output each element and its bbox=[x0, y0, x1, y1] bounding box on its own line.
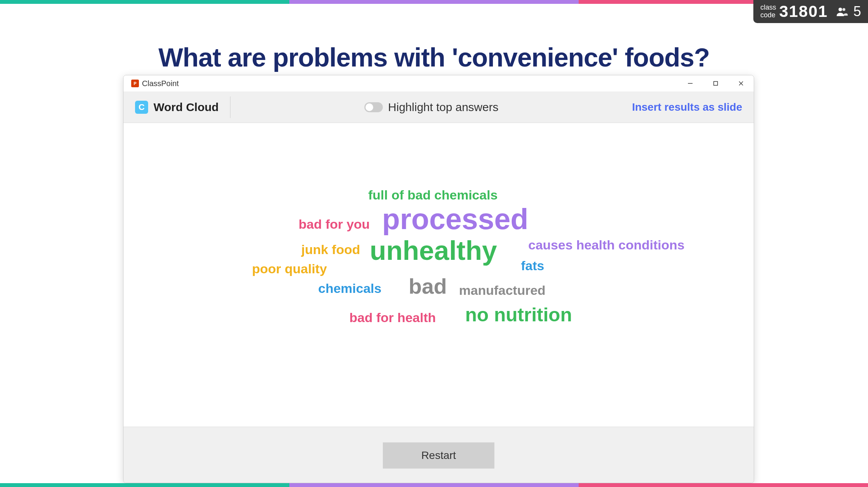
svg-point-1 bbox=[843, 8, 845, 11]
word-cloud-word: processed bbox=[382, 202, 528, 236]
classpoint-dialog: P ClassPoint C Word Cloud Highlight top … bbox=[123, 75, 754, 483]
dialog-footer: Restart bbox=[124, 427, 754, 483]
top-bar-purple bbox=[289, 0, 579, 4]
word-cloud-word: full of bad chemicals bbox=[368, 188, 497, 203]
word-cloud-word: chemicals bbox=[318, 281, 381, 296]
minimize-button[interactable] bbox=[681, 76, 700, 91]
word-cloud-word: manufactured bbox=[459, 283, 546, 298]
word-cloud-word: no nutrition bbox=[465, 304, 572, 326]
word-cloud-word: bad bbox=[409, 274, 447, 299]
word-cloud-word: causes health conditions bbox=[528, 238, 684, 253]
close-button[interactable] bbox=[731, 76, 751, 91]
word-cloud-word: bad for you bbox=[299, 217, 370, 232]
dialog-titlebar: P ClassPoint bbox=[124, 75, 754, 91]
dialog-titlebar-left: P ClassPoint bbox=[127, 79, 179, 88]
insert-results-button[interactable]: Insert results as slide bbox=[632, 101, 742, 113]
top-color-bar bbox=[0, 0, 868, 4]
toolbar-title: Word Cloud bbox=[154, 101, 219, 114]
dialog-toolbar: C Word Cloud Highlight top answers Inser… bbox=[124, 91, 754, 123]
svg-point-0 bbox=[838, 8, 842, 11]
highlight-toggle[interactable] bbox=[364, 102, 383, 112]
bottom-bar-purple bbox=[289, 483, 579, 487]
word-cloud-word: unhealthy bbox=[370, 235, 497, 266]
slide-title: What are problems with 'convenience' foo… bbox=[0, 42, 868, 72]
class-code-label: class code bbox=[760, 4, 776, 19]
participants-icon bbox=[836, 5, 848, 18]
classpoint-icon: C bbox=[135, 101, 148, 114]
highlight-toggle-label: Highlight top answers bbox=[388, 101, 499, 114]
bottom-color-bar bbox=[0, 483, 868, 487]
restart-button[interactable]: Restart bbox=[383, 442, 494, 469]
svg-rect-3 bbox=[714, 81, 718, 85]
bottom-bar-teal bbox=[0, 483, 289, 487]
toolbar-left: C Word Cloud bbox=[135, 96, 230, 118]
maximize-button[interactable] bbox=[706, 76, 725, 91]
bottom-bar-pink bbox=[579, 483, 868, 487]
window-controls bbox=[681, 76, 751, 91]
participants-count: 5 bbox=[853, 3, 861, 20]
toolbar-center: Highlight top answers bbox=[230, 101, 632, 114]
powerpoint-icon: P bbox=[131, 80, 139, 87]
word-cloud-word: fats bbox=[521, 258, 544, 273]
dialog-app-name: ClassPoint bbox=[142, 79, 179, 88]
word-cloud-word: bad for health bbox=[349, 310, 436, 325]
top-bar-teal bbox=[0, 0, 289, 4]
toggle-knob bbox=[366, 103, 373, 111]
word-cloud-word: junk food bbox=[301, 242, 360, 257]
class-code-badge: class code 31801 5 bbox=[753, 0, 868, 23]
class-code-number: 31801 bbox=[779, 2, 828, 21]
word-cloud-word: poor quality bbox=[252, 261, 327, 276]
word-cloud-area: full of bad chemicalsprocessedbad for yo… bbox=[124, 123, 754, 427]
